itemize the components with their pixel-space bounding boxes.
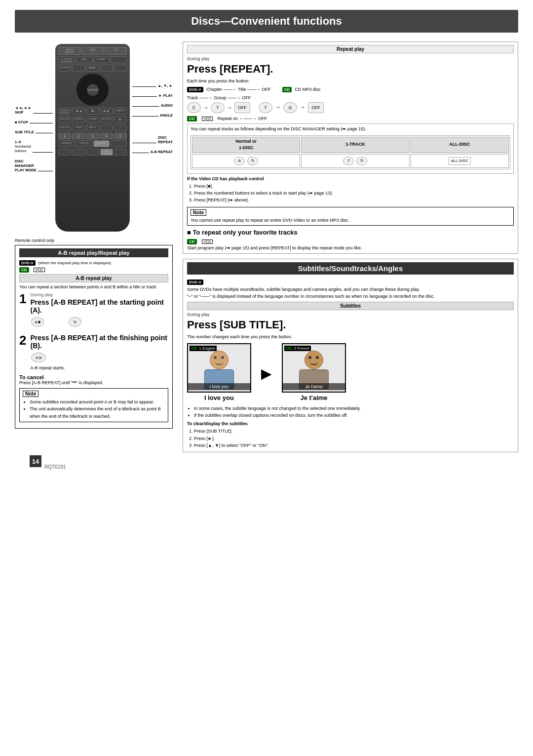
note-title-left: Note	[23, 391, 38, 397]
arrow3: →	[275, 104, 281, 111]
step1-content: During play Press [A-B REPEAT] at the st…	[30, 292, 168, 330]
left-column: ◄◄, ►►SKIP ■ STOP SUB TITLE 1–5Numberedb…	[15, 41, 173, 452]
remote-diagram: ◄◄, ►►SKIP ■ STOP SUB TITLE 1–5Numberedb…	[15, 41, 173, 234]
caption2: Je t'aime	[282, 394, 346, 401]
dvd-desc: Some DVDs have multiple soundtracks, sub…	[187, 287, 514, 292]
right-note-box: Note You cannot use repeat play to repea…	[187, 207, 514, 226]
cd-badge: CD	[19, 267, 29, 273]
number-grid: 1 2 3 4 5	[58, 133, 126, 139]
remote-top-menu-row: TOP MENU MENU	[58, 65, 126, 72]
ab-repeat-section: A-B repeat play/Repeat play DVD-V (When …	[15, 245, 173, 429]
tv-btn: TV	[105, 47, 127, 55]
ab-repeat-play-bar: A-B repeat play	[19, 274, 168, 282]
page-footer: 14 RQT6191	[15, 457, 518, 472]
dash-note: "–" or "——" is displayed instead of the …	[187, 294, 514, 299]
tv-video-btn: TV/VIDEO	[93, 56, 110, 63]
empty1	[111, 56, 127, 63]
cd-vcd-row2: CD VCD Repeat on ←——→ OFF	[187, 115, 514, 121]
volume-btn: VOLUME	[86, 116, 99, 123]
arrow1: →	[203, 104, 209, 111]
empty7	[111, 140, 127, 147]
clear-step-3: Press [▲, ▼] to select "OFF" or "ON".	[194, 442, 514, 449]
enter-btn: ENTER	[87, 84, 99, 96]
sub-img2-container: ON 2 French	[282, 343, 346, 401]
subtitle-bullet-1: In some cases, the subtitle language is …	[194, 405, 514, 412]
normal-col-header: Normal or1-DISC	[192, 137, 300, 153]
each-time-text: Each time you press the button:	[187, 79, 514, 83]
num1: 1	[58, 133, 71, 139]
note-item-1: Some subtitles recorded around point A o…	[30, 398, 165, 405]
note-list-left: Some subtitles recorded around point A o…	[23, 398, 165, 420]
note-item-2: The unit automatically determines the en…	[30, 405, 165, 420]
label-stop: ■ STOP	[15, 120, 53, 124]
when-elapsed-text: (When the elapsed play time is displayed…	[38, 261, 111, 265]
fav-cd-vcd: CD VCD	[187, 238, 514, 244]
label-skip: ◄◄, ►►SKIP	[15, 106, 53, 115]
menu-btn: MENU	[86, 65, 99, 72]
one-track-col-header: 1-TRACK	[301, 137, 409, 153]
page: Discs—Convenient functions ◄◄, ►►SKIP ■ …	[0, 0, 533, 756]
vcd-badge: VCD	[34, 268, 45, 272]
to-cancel-label: To cancel	[19, 374, 44, 380]
empty3	[100, 65, 113, 72]
remote-func-row: FL DISPLAYTUNER/BAND AUX TV/VIDEO	[58, 56, 126, 63]
eye-right	[221, 356, 224, 359]
remote-nav: ENTER	[76, 74, 109, 106]
label-skip-text: SKIP	[15, 110, 24, 115]
person-head-2	[305, 351, 323, 369]
repeat-play-header: Repeat play	[187, 45, 514, 53]
num3: 3	[86, 133, 99, 139]
clear-step-2: Press [►].	[194, 435, 514, 442]
remote-graphic: DVD/CDDISC/CD VCR TV FL DISPLAYTUNER/BAN…	[55, 44, 129, 232]
sub-title-btn: SUB TITLE	[58, 124, 71, 131]
page-number: 14	[30, 455, 41, 467]
label-disc-manager: DISCMANAGERPLAY MODE	[15, 159, 53, 172]
empty8	[58, 149, 71, 156]
info-text: You can repeat tracks as follows dependi…	[190, 126, 510, 133]
label-disc-repeat: DISCREPEAT	[132, 135, 173, 144]
channel-btn: CHANNEL	[72, 116, 85, 123]
cd-mp3-group: CD CD MP3 disc	[282, 86, 321, 92]
video-cd-steps: Press [■]. Press the numbered buttons to…	[187, 183, 514, 204]
dvdv-sub-badge: DVD-V	[187, 279, 203, 285]
person-head-1	[210, 351, 228, 369]
press-subtitle-title: Press [SUB TITLE].	[187, 318, 514, 331]
g-arrow: G	[283, 102, 297, 113]
vcd-badge2: VCD	[202, 117, 213, 121]
clear-step-1: Press [SUB TITLE].	[194, 428, 514, 435]
normal-cell: A ↻	[192, 154, 300, 168]
empty11	[114, 149, 127, 156]
remote-top-zone: DVD/CDDISC/CD VCR TV	[58, 47, 126, 55]
a-icon: A	[234, 157, 245, 165]
arrow2: →	[227, 104, 232, 111]
search-btn: SEARCH	[114, 108, 127, 115]
audio-btn: AUDIO	[72, 124, 85, 131]
during-play-sub: During play	[187, 312, 514, 317]
vcd-step-3: Press [REPEAT] (➡ above).	[194, 197, 514, 203]
vcr-btn: VCR	[81, 47, 104, 55]
t-arrow: T	[211, 102, 225, 113]
right-column: Repeat play During play Press [REPEAT]. …	[183, 41, 518, 452]
subtitles-label-bar: Subtitles	[187, 302, 514, 310]
step1-text: Press [A-B REPEAT] at the starting point…	[30, 298, 168, 314]
c-arrow: C	[187, 102, 201, 113]
playback-controls: DISPLAYRETURN ◄◄ ■ ►► SEARCH	[58, 108, 126, 115]
press-repeat-title: Press [REPEAT].	[187, 63, 514, 76]
subtitles-section-title: Subtitles/Soundtracks/Angles	[187, 262, 514, 275]
all-disc-icon: ALL DISC	[449, 157, 471, 165]
step2-diagram: A B	[30, 352, 168, 363]
dvdv-badge: DVD-V	[19, 260, 36, 266]
step2-container: 2 Press [A-B REPEAT] at the finishing po…	[19, 334, 168, 370]
display-btn: DISPLAYRETURN	[58, 108, 71, 115]
step2-text: Press [A-B REPEAT] at the finishing poin…	[30, 334, 168, 350]
remote-labels-right: ▲, ▼, ► ► PLAY AUDIO ANGLE	[132, 41, 173, 234]
label-subtitle: SUB TITLE	[15, 130, 53, 134]
cd-mp3-label: CD MP3 disc	[295, 87, 321, 92]
label-ab-repeat: A-B REPEAT	[132, 150, 173, 154]
vcd-step-2: Press the numbered buttons to select a t…	[194, 190, 514, 197]
fl-display-btn: FL DISPLAYTUNER/BAND	[58, 56, 75, 63]
eye-left	[214, 356, 217, 359]
step1-during-play: During play	[30, 292, 168, 297]
repeat-info-box: You can repeat tracks as follows dependi…	[187, 123, 514, 174]
fwd-btn: ►►	[100, 108, 113, 115]
